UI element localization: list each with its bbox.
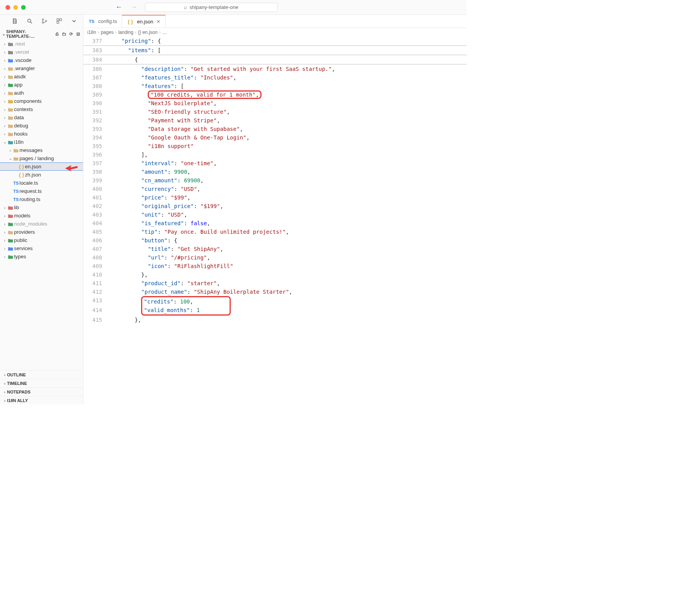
section-notepads[interactable]: ›NOTEPADS xyxy=(0,387,83,396)
refresh-icon[interactable]: ⟳ xyxy=(68,32,75,37)
close-dot[interactable] xyxy=(5,5,10,10)
file-tree-item[interactable]: › public xyxy=(0,236,83,244)
code-line[interactable]: 407 "title": "Get ShipAny", xyxy=(83,245,467,253)
code-line[interactable]: 392 "Payment with Stripe", xyxy=(83,116,467,125)
section-i18n-ally[interactable]: ›I18N ALLY xyxy=(0,396,83,404)
file-tree-item[interactable]: › services xyxy=(0,244,83,252)
file-tree-item[interactable]: › lib xyxy=(0,203,83,212)
code-line[interactable]: 404 "is_featured": false, xyxy=(83,219,467,228)
file-tree-item[interactable]: › .vercel xyxy=(0,48,83,56)
file-tree-item[interactable]: › auth xyxy=(0,89,83,97)
code-line[interactable]: 388 "features": [ xyxy=(83,82,467,90)
file-tree-item[interactable]: TS request.ts xyxy=(0,187,83,195)
minimize-dot[interactable] xyxy=(13,5,18,10)
code-editor[interactable]: 377 "pricing": {383 "items": [384 {386 "… xyxy=(83,37,467,404)
code-line[interactable]: 409 "icon": "RiFlashlightFill" xyxy=(83,262,467,270)
forward-icon[interactable]: → xyxy=(130,3,137,11)
file-tree-item[interactable]: › contexts xyxy=(0,105,83,113)
section-outline[interactable]: ›OUTLINE xyxy=(0,370,83,379)
search-text: shipany-template-one xyxy=(189,4,238,10)
editor-tab[interactable]: { } en.json ✕ xyxy=(122,15,166,28)
chevron-down-icon[interactable] xyxy=(71,18,77,25)
file-tree-item[interactable]: › .vscode xyxy=(0,56,83,64)
line-number: 395 xyxy=(83,142,108,150)
file-tree-item[interactable]: › models xyxy=(0,212,83,220)
file-tree-item[interactable]: › hooks xyxy=(0,130,83,138)
new-folder-icon[interactable]: 🗀 xyxy=(61,32,68,36)
file-label: pages / landing xyxy=(19,155,54,161)
breadcrumb-item[interactable]: pages xyxy=(101,30,114,35)
file-tree-item[interactable]: › messages xyxy=(0,146,83,154)
file-tree-item[interactable]: › data xyxy=(0,113,83,122)
code-line[interactable]: 399 "cn_amount": 69900, xyxy=(83,176,467,185)
file-tree-item[interactable]: { } zh.json xyxy=(0,171,83,179)
file-tree-item[interactable]: ⌄ pages / landing xyxy=(0,154,83,162)
file-tree-item[interactable]: › aisdk xyxy=(0,72,83,81)
file-tree-item[interactable]: › app xyxy=(0,81,83,89)
breadcrumb-item[interactable]: i18n xyxy=(87,30,96,35)
code-line[interactable]: 406 "button": { xyxy=(83,236,467,245)
file-tree-item[interactable]: › .wrangler xyxy=(0,64,83,72)
breadcrumb-item[interactable]: {} en.json xyxy=(138,30,157,35)
file-tree-item[interactable]: › .next xyxy=(0,40,83,48)
code-line[interactable]: 415 }, xyxy=(83,316,467,324)
breadcrumb-item[interactable]: … xyxy=(162,30,167,35)
code-line[interactable]: 387 "features_title": "Includes", xyxy=(83,73,467,82)
code-line[interactable]: 394 "Google Oauth & One-Tap Login", xyxy=(83,133,467,142)
extensions-icon[interactable] xyxy=(56,18,62,25)
maximize-dot[interactable] xyxy=(21,5,26,10)
new-file-icon[interactable]: ⎙ xyxy=(54,32,61,36)
file-tree-item[interactable]: › providers xyxy=(0,228,83,236)
explorer-icon[interactable] xyxy=(12,18,18,25)
code-line[interactable]: 383 "items": [ xyxy=(83,46,467,55)
file-tree-item[interactable]: { } en.json xyxy=(0,162,83,171)
file-tree-item[interactable]: › components xyxy=(0,97,83,105)
code-line[interactable]: 410 }, xyxy=(83,270,467,279)
code-line[interactable]: 390 "NextJS boilerplate", xyxy=(83,99,467,108)
code-line[interactable]: 397 "interval": "one-time", xyxy=(83,159,467,168)
back-icon[interactable]: ← xyxy=(115,3,122,11)
file-tree-item[interactable]: › debug xyxy=(0,122,83,130)
editor-tab[interactable]: TS config.ts xyxy=(83,15,122,28)
collapse-icon[interactable]: ⊟ xyxy=(74,32,81,37)
close-icon[interactable]: ✕ xyxy=(156,19,161,25)
code-line[interactable]: 377 "pricing": { xyxy=(83,37,467,46)
explorer-header[interactable]: ⌄ SHIPANY-TEMPLATE-… ⎙ 🗀 ⟳ ⊟ xyxy=(0,28,83,40)
code-line[interactable]: 401 "price": "$99", xyxy=(83,193,467,202)
source-control-icon[interactable] xyxy=(41,18,48,25)
code-line[interactable]: 386 "description": "Get started with you… xyxy=(83,65,467,73)
file-tree-item[interactable]: › types xyxy=(0,252,83,261)
code-line[interactable]: 402 "original_price": "$199", xyxy=(83,202,467,210)
code-line[interactable]: 411 "product_id": "starter", xyxy=(83,279,467,288)
code-line[interactable]: 412 "product_name": "ShipAny Boilerplate… xyxy=(83,288,467,296)
svg-point-2 xyxy=(42,22,44,23)
code-line[interactable]: 395 "i18n support" xyxy=(83,142,467,150)
folder-teal-icon xyxy=(7,139,14,145)
code-line[interactable]: 393 "Data storage with Supabase", xyxy=(83,125,467,133)
code-line[interactable]: 413 "credits": 100, xyxy=(83,296,467,306)
code-line[interactable]: 405 "tip": "Pay once. Build unlimited pr… xyxy=(83,228,467,236)
file-tree-item[interactable]: › node_modules xyxy=(0,220,83,228)
code-line[interactable]: 398 "amount": 9900, xyxy=(83,168,467,176)
code-line[interactable]: 403 "unit": "USD", xyxy=(83,210,467,219)
search-panel-icon[interactable] xyxy=(27,18,33,25)
file-label: routing.ts xyxy=(19,196,40,202)
file-tree-item[interactable]: TS locale.ts xyxy=(0,179,83,187)
code-line[interactable]: 391 "SEO-friendly structure", xyxy=(83,108,467,116)
json-icon: { } xyxy=(18,164,25,169)
breadcrumb-item[interactable]: landing xyxy=(118,30,133,35)
breadcrumb[interactable]: i18n›pages›landing›{} en.json›… xyxy=(83,28,467,37)
code-line[interactable]: 389 "100 credits, valid for 1 month", xyxy=(83,90,467,99)
code-line[interactable]: 396 ], xyxy=(83,150,467,159)
tree-twist-icon: › xyxy=(2,91,7,95)
chevron-right-icon: › xyxy=(159,30,161,35)
code-line[interactable]: 408 "url": "/#pricing", xyxy=(83,253,467,262)
file-label: components xyxy=(14,98,42,104)
code-line[interactable]: 384 { xyxy=(83,55,467,65)
section-timeline[interactable]: ›TIMELINE xyxy=(0,379,83,387)
code-line[interactable]: 400 "currency": "USD", xyxy=(83,185,467,193)
file-tree-item[interactable]: ⌄ i18n xyxy=(0,138,83,146)
file-tree-item[interactable]: TS routing.ts xyxy=(0,195,83,203)
command-center[interactable]: ⌕ shipany-template-one xyxy=(145,3,278,12)
code-line[interactable]: 414 "valid_months": 1 xyxy=(83,306,467,316)
